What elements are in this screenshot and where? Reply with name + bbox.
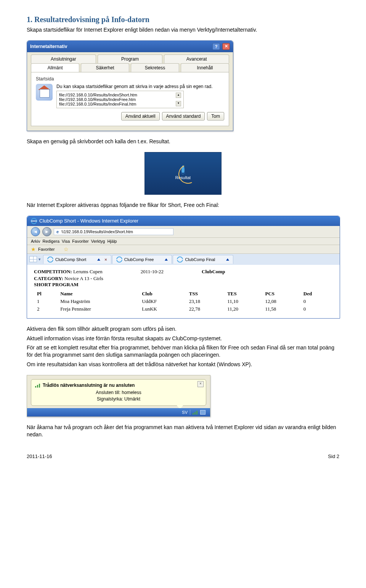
homepage-url-line: file://192.168.0.10/Results/IndexShort.h… [59, 93, 174, 97]
home-icon [36, 84, 53, 101]
menu-bar: Arkiv Redigera Visa Favoriter Verktyg Hj… [27, 238, 340, 245]
cell: Freja Pennsäter [57, 305, 139, 313]
menu-view[interactable]: Visa [62, 239, 70, 244]
competition-label: COMPETITION: [34, 269, 72, 274]
scroll-up-icon[interactable]: ▴ [176, 93, 181, 98]
balloon-close-button[interactable]: × [197, 381, 204, 387]
tray-monitor-icon[interactable] [200, 410, 205, 415]
help-button[interactable]: ? [212, 43, 220, 50]
connected-to-label: Ansluten till: [96, 390, 120, 395]
tab-general[interactable]: Allmänt [31, 63, 79, 72]
tab-privacy[interactable]: Sekretess [131, 63, 179, 72]
category-label: CATEGORY: [34, 276, 63, 281]
table-row: 1 Moa Hagström UddKF 23,18 11,10 12,08 0 [34, 298, 333, 305]
col-club: Club [139, 290, 186, 298]
favorites-label: Favoriter [38, 247, 55, 252]
browser-titlebar: ClubComp Short - Windows Internet Explor… [27, 216, 340, 226]
col-tes: TES [224, 290, 262, 298]
arrow-icon [97, 258, 100, 261]
footer-page: Sid 2 [328, 453, 339, 459]
tab-connections[interactable]: Anslutningar [31, 54, 96, 63]
cell: UddKF [139, 298, 186, 305]
scroll-down-icon[interactable]: ▾ [176, 101, 181, 106]
startpage-group-label: Startsida [36, 76, 224, 82]
paragraph: Om inte resultatsidan kan visas kontroll… [27, 361, 339, 368]
tray-wifi-icon[interactable] [193, 410, 198, 415]
cell: 11,58 [262, 305, 300, 313]
signal-strength-label: Signalstyrka: [97, 396, 123, 402]
cell: 11,10 [224, 298, 262, 305]
tab-content[interactable]: Innehåll [181, 63, 229, 72]
col-ded: Ded [300, 290, 333, 298]
cell: 11,20 [224, 305, 262, 313]
page-footer: 2011-11-16 Sid 2 [27, 453, 339, 459]
ie-icon [31, 218, 37, 224]
browser-tabs: ▾ ClubComp Short × ClubComp Free ClubCom… [27, 254, 340, 265]
cell: 22,78 [186, 305, 224, 313]
close-button[interactable]: ✕ [222, 43, 230, 50]
page-icon: e [56, 229, 59, 234]
blank-button[interactable]: Tom [207, 112, 224, 120]
use-current-button[interactable]: Använd aktuell [121, 112, 160, 120]
paragraph: För att se ett komplett resultat efter f… [27, 344, 339, 359]
cell: Moa Hagström [57, 298, 139, 305]
ie-icon [116, 256, 122, 263]
menu-edit[interactable]: Redigera [42, 239, 59, 244]
tab-clubcomp-short[interactable]: ClubComp Short × [43, 255, 111, 264]
add-favorite-icon[interactable]: ☆ [64, 246, 69, 252]
program-label: SHORT PROGRAM [34, 282, 79, 287]
dropdown-icon[interactable]: ▾ [39, 257, 41, 262]
arrow-icon [165, 258, 168, 261]
menu-tools[interactable]: Verktyg [91, 239, 105, 244]
tab-security[interactable]: Säkerhet [81, 63, 129, 72]
cell: 2 [34, 305, 57, 313]
forward-button[interactable]: ► [42, 227, 51, 236]
results-table: Pl Name Club TSS TES PCS Ded 1 Moa Hagst… [34, 290, 333, 313]
homepage-urls-textarea[interactable]: file://192.168.0.10/Results/IndexShort.h… [56, 91, 184, 108]
section-heading: 1. Resultatredovisning på Info-datorn [27, 15, 339, 24]
favorites-star-icon[interactable]: ★ [31, 246, 36, 252]
back-button[interactable]: ◄ [31, 227, 40, 236]
connected-to-value: homeless [122, 390, 141, 395]
close-tab-icon[interactable]: × [104, 257, 107, 262]
paragraph: Skapa en genväg på skrivbordet och kalla… [27, 138, 339, 145]
homepage-url-line: file://192.168.0.10/Results/IndexFree.ht… [59, 97, 174, 102]
browser-title: ClubComp Short - Windows Internet Explor… [39, 218, 138, 224]
tab-program[interactable]: Program [98, 54, 163, 63]
tab-grid-icon[interactable] [29, 256, 37, 262]
startpage-description: Du kan skapa startsideflikar genom att s… [56, 84, 224, 89]
menu-favorites[interactable]: Favoriter [72, 239, 88, 244]
cell: 1 [34, 298, 57, 305]
cell: 12,08 [262, 298, 300, 305]
col-name: Name [57, 290, 139, 298]
menu-help[interactable]: Hjälp [107, 239, 117, 244]
paragraph: Aktuell information visas inte förrän fö… [27, 335, 339, 342]
page-content: COMPETITION: Lerums Cupen 2011-10-22 Clu… [27, 265, 340, 318]
footer-date: 2011-11-16 [27, 453, 52, 459]
language-indicator[interactable]: SV [182, 410, 188, 415]
tab-advanced[interactable]: Avancerat [164, 54, 229, 63]
scrollbar[interactable]: ▴ ▾ [176, 93, 181, 106]
cell: 0 [300, 298, 333, 305]
address-bar[interactable]: e \\192.168.0.19\Results\IndexShort.htm [54, 228, 173, 235]
address-text: \\192.168.0.19\Results\IndexShort.htm [61, 229, 133, 234]
balloon-title-text: Trådlös nätverksanslutning är nu anslute… [43, 383, 135, 388]
brand-label: ClubComp [202, 269, 225, 275]
use-default-button[interactable]: Använd standard [162, 112, 205, 120]
window-title: Internetalternativ [30, 44, 67, 49]
network-balloon: × Trådlös nätverksanslutning är nu anslu… [31, 379, 206, 406]
tab-label: ClubComp Final [185, 257, 215, 262]
cell: 23,18 [186, 298, 224, 305]
desktop-shortcut[interactable]: Resultat [144, 152, 222, 195]
taskbar: SV [27, 408, 210, 417]
tab-label: ClubComp Short [55, 257, 86, 262]
paragraph: När Internet Explorer aktiveras öppnas f… [27, 202, 339, 209]
menu-file[interactable]: Arkiv [31, 239, 40, 244]
col-tss: TSS [186, 290, 224, 298]
tab-clubcomp-final[interactable]: ClubComp Final [173, 255, 233, 264]
col-pl: Pl [34, 290, 57, 298]
network-notification-area: × Trådlös nätverksanslutning är nu anslu… [27, 375, 210, 417]
browser-window: ClubComp Short - Windows Internet Explor… [27, 216, 340, 319]
col-pcs: PCS [262, 290, 300, 298]
tab-clubcomp-free[interactable]: ClubComp Free [112, 255, 172, 264]
